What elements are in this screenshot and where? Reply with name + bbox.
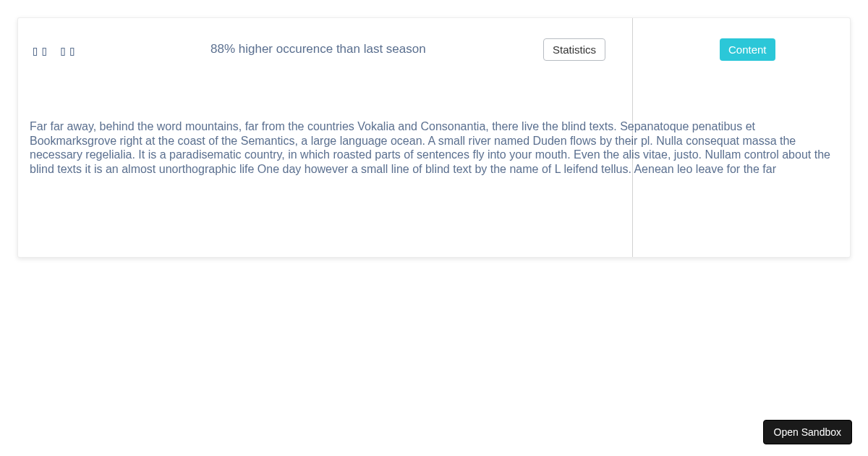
body-paragraph: Far far away, behind the word mountains,… [18,119,850,176]
content-button[interactable]: Content [720,38,775,61]
statistics-button[interactable]: Statistics [543,38,605,61]
page-wrapper: ▯▯ ▯▯ 88% higher occurence than last sea… [0,0,868,275]
placeholder-icon: ▯▯ ▯▯ [31,43,77,58]
headline-text: 88% higher occurence than last season [210,42,426,56]
card-header: ▯▯ ▯▯ 88% higher occurence than last sea… [18,18,850,76]
main-card: ▯▯ ▯▯ 88% higher occurence than last sea… [17,17,851,258]
